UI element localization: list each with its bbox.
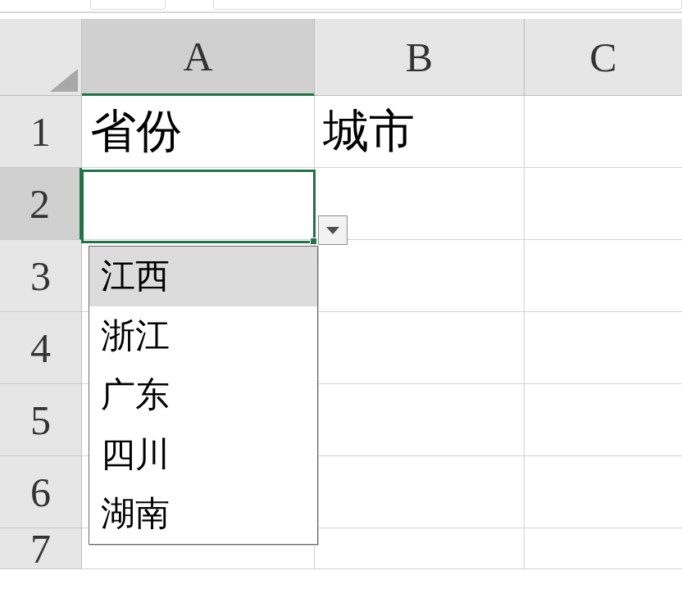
cell-C6[interactable] <box>525 456 682 528</box>
column-header-B[interactable]: B <box>315 19 525 96</box>
row-1: 1 省份 城市 <box>0 96 682 168</box>
name-box[interactable] <box>90 0 166 10</box>
cell-B3[interactable] <box>315 240 525 312</box>
dropdown-item-3[interactable]: 四川 <box>89 425 317 485</box>
cell-C2[interactable] <box>525 168 682 240</box>
dropdown-item-4[interactable]: 湖南 <box>89 484 317 544</box>
column-header-A[interactable]: A <box>82 19 315 96</box>
cell-C1[interactable] <box>525 96 682 168</box>
row-header-4[interactable]: 4 <box>0 312 82 384</box>
data-validation-dropdown-button[interactable] <box>318 215 348 245</box>
cell-C3[interactable] <box>525 240 682 312</box>
row-header-6[interactable]: 6 <box>0 456 82 528</box>
cell-B1[interactable]: 城市 <box>315 96 525 168</box>
cell-B4[interactable] <box>315 312 525 384</box>
cell-A2[interactable] <box>82 168 315 240</box>
row-header-3[interactable]: 3 <box>0 240 82 312</box>
row-header-5[interactable]: 5 <box>0 384 82 456</box>
column-header-C[interactable]: C <box>525 19 682 96</box>
cell-C4[interactable] <box>525 312 682 384</box>
row-header-2[interactable]: 2 <box>0 168 82 240</box>
dropdown-item-1[interactable]: 浙江 <box>89 306 317 366</box>
formula-bar-fragment <box>0 0 682 13</box>
row-header-1[interactable]: 1 <box>0 96 82 168</box>
cell-B7[interactable] <box>315 528 525 569</box>
row-header-7[interactable]: 7 <box>0 528 82 569</box>
data-validation-dropdown-list[interactable]: 江西 浙江 广东 四川 湖南 <box>89 246 318 545</box>
cell-B6[interactable] <box>315 456 525 528</box>
cell-C7[interactable] <box>525 528 682 569</box>
column-header-row: A B C <box>0 19 682 96</box>
dropdown-item-0[interactable]: 江西 <box>89 247 317 306</box>
select-all-corner[interactable] <box>0 19 82 96</box>
select-all-triangle-icon <box>50 69 78 92</box>
chevron-down-icon <box>326 227 339 234</box>
cell-A1[interactable]: 省份 <box>82 96 315 168</box>
cell-C5[interactable] <box>525 384 682 456</box>
dropdown-item-2[interactable]: 广东 <box>89 365 317 425</box>
cell-B5[interactable] <box>315 384 525 456</box>
formula-input[interactable] <box>213 0 682 10</box>
